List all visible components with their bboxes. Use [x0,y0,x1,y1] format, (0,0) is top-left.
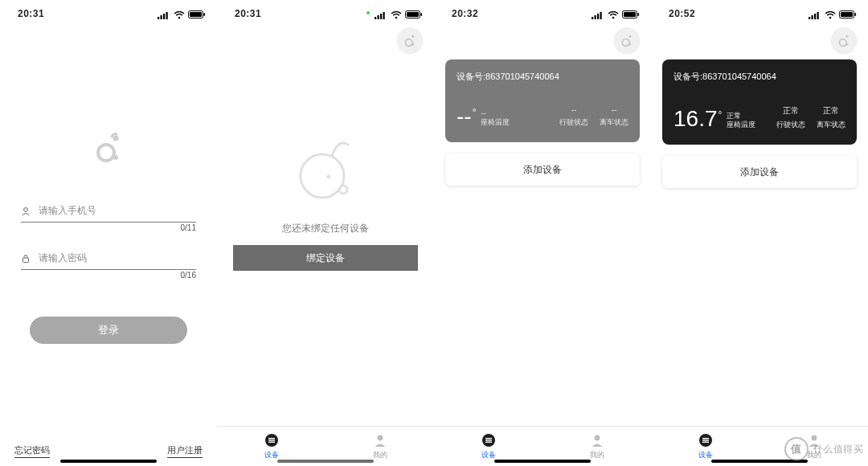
seat-temp-label: 座椅温度 [481,118,510,128]
svg-point-57 [846,43,849,46]
home-indicator [277,460,374,463]
battery-icon [839,10,857,19]
seat-temp-value: 16.7 [674,108,718,130]
clock: 20:52 [669,8,695,19]
screen-device-grey: 20:32 设备号:863701045740064 -- ° -- [434,0,651,466]
password-field[interactable]: 请输入密码 0/16 [21,247,196,270]
lock-icon [21,254,34,264]
svg-rect-1 [161,15,162,19]
svg-rect-2 [163,14,165,19]
svg-rect-7 [204,13,206,16]
svg-rect-29 [268,439,275,440]
svg-rect-50 [814,14,816,19]
wifi-icon [608,11,619,19]
svg-point-26 [327,175,331,179]
app-logo [92,130,125,167]
svg-rect-3 [166,12,168,19]
svg-point-8 [98,145,114,161]
degree-symbol: ° [473,107,477,118]
svg-rect-46 [485,442,492,443]
wifi-icon [825,11,836,19]
svg-rect-19 [407,12,419,17]
svg-point-42 [628,35,631,38]
devices-tab-icon [698,432,714,448]
header-logo-button[interactable] [397,27,423,53]
svg-point-56 [839,39,846,47]
seat-temp-status: 正常 [727,112,755,121]
svg-rect-60 [702,438,709,439]
watermark: 值 什么值得买 [784,437,864,461]
leave-status-label: 离车状态 [600,117,628,128]
phone-counter: 0/11 [181,223,196,232]
tab-devices-label: 设备 [264,450,279,460]
register-link[interactable]: 用户注册 [167,444,203,458]
devices-tab-icon [264,432,280,448]
svg-rect-44 [485,438,492,439]
header-logo-button[interactable] [831,27,857,53]
drive-status-value: -- [571,105,577,114]
svg-point-31 [377,435,383,441]
wifi-icon [391,11,402,19]
signal-icon [592,11,604,19]
signal-icon [158,11,170,19]
svg-rect-34 [597,14,599,19]
add-device-button[interactable]: 添加设备 [662,156,857,188]
devices-tab-icon [481,432,497,448]
wifi-icon [174,11,185,19]
svg-rect-12 [23,258,29,263]
svg-rect-38 [624,12,636,17]
signal-icon [375,11,387,19]
home-indicator [60,460,157,463]
drive-status-label: 行驶状态 [559,117,588,128]
status-bar: 20:31 [217,0,434,19]
svg-point-4 [178,16,181,18]
svg-rect-33 [595,15,596,19]
password-placeholder: 请输入密码 [39,251,196,265]
mine-tab-icon [372,432,388,448]
home-indicator [494,460,591,463]
screen-login: 20:31 请输入手机号 0/11 请输入密码 0/16 登录 [0,0,217,466]
svg-point-21 [405,39,412,47]
password-counter: 0/16 [181,271,196,280]
seat-temp-status: -- [481,109,510,119]
device-id: 设备号:863701045740064 [674,71,845,83]
phone-field[interactable]: 请输入手机号 0/11 [21,199,196,223]
clock: 20:32 [452,8,478,19]
svg-rect-16 [383,12,385,19]
svg-point-58 [845,35,848,38]
svg-rect-45 [485,439,492,440]
svg-rect-15 [380,14,382,19]
watermark-text: 什么值得买 [813,443,864,456]
svg-point-17 [395,16,398,18]
leave-status-value: 正常 [823,105,839,117]
svg-point-41 [629,43,632,46]
battery-icon [405,10,423,19]
leave-status-value: -- [612,105,617,114]
svg-point-22 [412,43,415,46]
header-logo-button[interactable] [614,27,640,53]
svg-point-47 [594,435,600,441]
svg-rect-35 [600,12,602,19]
svg-point-9 [113,155,118,160]
device-card[interactable]: 设备号:863701045740064 -- ° -- 座椅温度 -- 行驶状 [445,59,640,142]
svg-point-24 [301,154,344,198]
screen-empty: 20:31 您还未绑定任何设备 绑定设备 设备 [217,0,434,466]
screen-device-dark: 20:52 设备号:863701045740064 16.7 ° 正常 [651,0,868,466]
svg-point-52 [829,16,832,18]
forgot-password-link[interactable]: 忘记密码 [14,444,50,458]
svg-rect-39 [638,13,640,16]
svg-rect-14 [378,15,379,19]
svg-point-10 [113,136,119,141]
login-button[interactable]: 登录 [30,317,187,344]
degree-symbol: ° [719,109,723,121]
tab-mine-label: 我的 [590,450,604,460]
svg-point-23 [411,35,414,38]
leave-status-label: 离车状态 [817,120,845,130]
svg-rect-54 [841,12,853,17]
seat-temp-label: 座椅温度 [727,121,755,130]
add-device-button[interactable]: 添加设备 [445,153,640,186]
user-icon [21,206,34,216]
device-card[interactable]: 设备号:863701045740064 16.7 ° 正常 座椅温度 正常 行 [662,59,857,145]
bind-device-button[interactable]: 绑定设备 [233,245,418,271]
bottom-links: 忘记密码 用户注册 [0,444,217,458]
